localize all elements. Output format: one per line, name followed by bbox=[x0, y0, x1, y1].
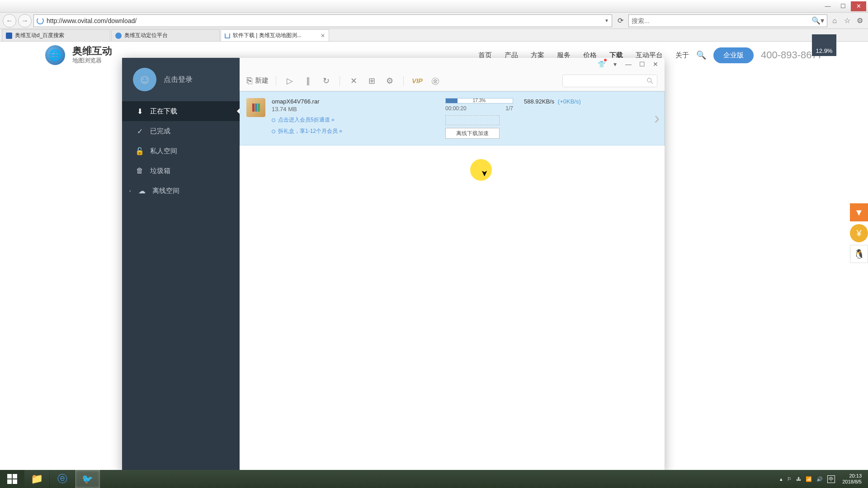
dm-menu-icon[interactable]: ▾ bbox=[610, 60, 619, 69]
back-button[interactable]: ← bbox=[3, 14, 16, 28]
tray-flag-icon[interactable]: ⚐ bbox=[787, 476, 792, 482]
sidebar-item-label: 垃圾箱 bbox=[150, 167, 170, 175]
float-coin-icon[interactable]: ¥ bbox=[850, 224, 868, 242]
url-input[interactable]: http://www.ovital.com/download/ ▼ bbox=[33, 14, 612, 27]
download-item[interactable]: omapX64V766.rar 13.74 MB 点击进入会员5折通道 » 拆礼… bbox=[240, 91, 665, 145]
dm-search-box[interactable] bbox=[562, 75, 657, 87]
sidebar-item-trash[interactable]: 🗑 垃圾箱 bbox=[122, 161, 240, 181]
browser-tabs: 奥维互动d_百度搜索 奥维互动定位平台 软件下载 | 奥维互动地图浏... ✕ bbox=[0, 29, 868, 42]
download-icon: ⬇ bbox=[136, 107, 144, 115]
nav-about[interactable]: 关于 bbox=[675, 51, 689, 60]
tab-favicon-icon bbox=[115, 33, 122, 39]
browser-search-box[interactable]: 🔍▾ bbox=[628, 14, 827, 27]
favorites-icon[interactable]: ☆ bbox=[842, 15, 853, 26]
trash-icon: 🗑 bbox=[136, 167, 144, 175]
site-search-icon[interactable]: 🔍 bbox=[696, 50, 706, 60]
promo-link-1[interactable]: 点击进入会员5折通道 » bbox=[272, 116, 439, 124]
system-tray: ▴ ⚐ 🖧 📶 🔊 中 20:13 2018/8/5 bbox=[776, 473, 868, 485]
taskbar-ie[interactable]: ⓔ bbox=[50, 470, 75, 488]
taskbar-thunder[interactable]: 🐦 bbox=[75, 470, 100, 488]
offline-accel-button[interactable]: 离线下载加速 bbox=[445, 128, 500, 139]
windows-logo-icon bbox=[7, 474, 17, 484]
rar-file-icon bbox=[246, 98, 265, 117]
tab-favicon-icon bbox=[6, 33, 12, 39]
loading-spinner-icon bbox=[225, 33, 230, 38]
sidebar-item-offline[interactable]: › ☁ 离线空间 bbox=[122, 181, 240, 201]
home-icon[interactable]: ⌂ bbox=[829, 15, 840, 26]
browser-address-bar: ← → http://www.ovital.com/download/ ▼ ⟳ … bbox=[0, 13, 868, 29]
settings-icon[interactable]: ⚙ bbox=[383, 75, 396, 87]
clock-time: 20:13 bbox=[842, 473, 862, 479]
new-icon: ⎘ bbox=[247, 75, 252, 86]
promo-link-2[interactable]: 拆礼盒，享1-12个月会员 » bbox=[272, 127, 439, 135]
tools-icon[interactable]: ⚙ bbox=[854, 15, 865, 26]
sidebar-item-label: 已完成 bbox=[150, 127, 170, 136]
search-input[interactable] bbox=[632, 17, 811, 24]
delete-button[interactable]: ✕ bbox=[347, 75, 360, 87]
tray-ime[interactable]: 中 bbox=[827, 475, 835, 483]
cloud-icon: ☁ bbox=[138, 187, 146, 195]
refresh-button[interactable]: ⟳ bbox=[614, 14, 627, 27]
chevron-right-icon: › bbox=[129, 188, 131, 193]
maximize-button[interactable]: ☐ bbox=[835, 1, 851, 11]
search-icon bbox=[647, 78, 653, 84]
sidebar-item-downloading[interactable]: ⬇ 正在下载 bbox=[122, 101, 240, 121]
site-subtitle: 地图浏览器 bbox=[72, 56, 112, 65]
new-task-button[interactable]: ⎘ 新建 bbox=[247, 75, 269, 86]
tab-baidu-search[interactable]: 奥维互动d_百度搜索 bbox=[2, 29, 110, 41]
grid-icon[interactable]: ⊞ bbox=[365, 75, 378, 87]
promo-text: 拆礼盒，享1-12个月会员 » bbox=[278, 127, 342, 135]
minimize-button[interactable]: — bbox=[820, 1, 835, 11]
dm-window-controls: 👕 ▾ — ☐ ✕ bbox=[240, 58, 665, 70]
download-speed-bonus: (+0KB/s) bbox=[558, 98, 581, 105]
close-button[interactable]: ✕ bbox=[851, 1, 866, 11]
filename: omapX64V766.rar bbox=[272, 98, 439, 105]
float-promo-icon[interactable]: ▼ bbox=[850, 203, 868, 221]
dm-main: 👕 ▾ — ☐ ✕ ⎘ 新建 ▷ ‖ ↻ ✕ ⊞ ⚙ VIP ㊎ bbox=[240, 58, 665, 474]
dm-user-section[interactable]: ☺ 点击登录 bbox=[122, 58, 240, 101]
dm-minimize-button[interactable]: — bbox=[624, 60, 633, 69]
tab-ovital-platform[interactable]: 奥维互动定位平台 bbox=[111, 29, 220, 41]
clock-date: 2018/8/5 bbox=[842, 479, 862, 485]
tray-network-icon[interactable]: 🖧 bbox=[796, 476, 801, 482]
avatar-icon: ☺ bbox=[133, 68, 156, 91]
tray-signal-icon[interactable]: 📶 bbox=[806, 476, 812, 482]
restart-button[interactable]: ↻ bbox=[320, 75, 332, 87]
forward-button[interactable]: → bbox=[18, 14, 32, 28]
start-button[interactable]: ▷ bbox=[283, 75, 296, 87]
dm-maximize-button[interactable]: ☐ bbox=[637, 60, 646, 69]
accel-placeholder-button[interactable] bbox=[445, 115, 500, 125]
cursor-highlight-icon bbox=[470, 159, 492, 181]
zoom-indicator: 12.9% bbox=[812, 34, 836, 56]
thunder-icon: 🐦 bbox=[82, 474, 93, 484]
promo-text: 点击进入会员5折通道 » bbox=[278, 116, 335, 124]
chevron-right-icon[interactable]: › bbox=[654, 109, 660, 128]
dm-skin-icon[interactable]: 👕 bbox=[597, 60, 606, 69]
tab-label: 奥维互动定位平台 bbox=[124, 32, 168, 39]
sidebar-item-private[interactable]: 🔓 私人空间 bbox=[122, 141, 240, 161]
search-icon[interactable]: 🔍▾ bbox=[811, 16, 824, 25]
bullet-icon bbox=[272, 118, 275, 122]
dm-toolbar: ⎘ 新建 ▷ ‖ ↻ ✕ ⊞ ⚙ VIP ㊎ bbox=[240, 70, 665, 91]
taskbar-explorer[interactable]: 📁 bbox=[24, 470, 50, 488]
taskbar-clock[interactable]: 20:13 2018/8/5 bbox=[840, 473, 864, 485]
separator bbox=[276, 76, 276, 86]
enterprise-button[interactable]: 企业版 bbox=[713, 47, 754, 63]
url-dropdown-icon[interactable]: ▼ bbox=[604, 18, 609, 23]
separator bbox=[340, 76, 340, 86]
tray-up-icon[interactable]: ▴ bbox=[780, 476, 783, 482]
download-manager-window: ☺ 点击登录 ⬇ 正在下载 ✓ 已完成 🔓 私人空间 🗑 垃圾箱 › ☁ 离线空… bbox=[122, 58, 665, 474]
start-button[interactable] bbox=[0, 470, 24, 488]
tab-download-page[interactable]: 软件下载 | 奥维互动地图浏... ✕ bbox=[221, 29, 329, 41]
lock-icon: 🔓 bbox=[136, 147, 144, 155]
dm-close-button[interactable]: ✕ bbox=[651, 60, 660, 69]
sidebar-item-completed[interactable]: ✓ 已完成 bbox=[122, 121, 240, 141]
yen-icon[interactable]: ㊎ bbox=[429, 75, 442, 87]
float-qq-icon[interactable]: 🐧 bbox=[850, 245, 868, 263]
tab-close-icon[interactable]: ✕ bbox=[321, 33, 325, 39]
tab-label: 软件下载 | 奥维互动地图浏... bbox=[233, 32, 302, 39]
pause-button[interactable]: ‖ bbox=[302, 75, 314, 87]
dm-download-list: omapX64V766.rar 13.74 MB 点击进入会员5折通道 » 拆礼… bbox=[240, 91, 665, 474]
vip-button[interactable]: VIP bbox=[411, 75, 424, 87]
tray-volume-icon[interactable]: 🔊 bbox=[816, 476, 823, 482]
